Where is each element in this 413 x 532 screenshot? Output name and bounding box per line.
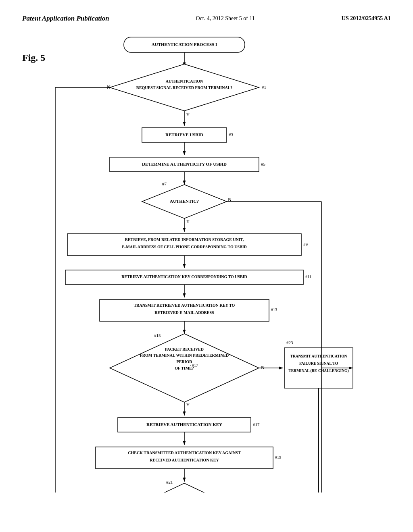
svg-text:Y: Y bbox=[186, 402, 190, 407]
svg-text:RETRIEVED E-MAIL ADDRESS: RETRIEVED E-MAIL ADDRESS bbox=[154, 310, 214, 315]
svg-text:RETRIEVE, FROM RELATED INFORMA: RETRIEVE, FROM RELATED INFORMATION STORA… bbox=[125, 237, 244, 242]
svg-text:E-MAIL ADDRESS OF CELL PHONE C: E-MAIL ADDRESS OF CELL PHONE CORRESPONDI… bbox=[122, 245, 247, 249]
svg-text:TRANSMIT RETRIEVED AUTHENTICAT: TRANSMIT RETRIEVED AUTHENTICATION KEY TO bbox=[134, 303, 235, 308]
svg-text:RETRIEVE AUTHENTICATION KEY: RETRIEVE AUTHENTICATION KEY bbox=[146, 422, 222, 427]
svg-text:#1: #1 bbox=[262, 85, 266, 89]
svg-text:RETRIEVE USBID: RETRIEVE USBID bbox=[165, 132, 203, 137]
flowchart-svg: AUTHENTICATION PROCESS IAUTHENTICATIONRE… bbox=[31, 29, 382, 493]
svg-text:DETERMINE AUTHENTICITY OF USBI: DETERMINE AUTHENTICITY OF USBID bbox=[142, 162, 227, 166]
header-right: US 2012/0254955 A1 bbox=[342, 15, 391, 22]
page: Patent Application PublicationOct. 4, 20… bbox=[0, 0, 413, 532]
svg-text:#3: #3 bbox=[229, 132, 234, 137]
svg-text:#19: #19 bbox=[275, 455, 281, 459]
svg-text:AUTHENTICATION: AUTHENTICATION bbox=[166, 79, 203, 83]
svg-text:N: N bbox=[107, 84, 111, 90]
svg-text:AUTHENTIC?: AUTHENTIC? bbox=[170, 199, 199, 204]
header-center: Oct. 4, 2012 Sheet 5 of 11 bbox=[196, 15, 255, 22]
svg-text:N: N bbox=[261, 365, 265, 370]
svg-text:FAILURE SIGNAL TO: FAILURE SIGNAL TO bbox=[299, 362, 338, 366]
svg-text:#13: #13 bbox=[271, 308, 277, 312]
svg-text:#9: #9 bbox=[303, 242, 308, 247]
figure-label: Fig. 5 bbox=[22, 52, 45, 63]
svg-text:#15: #15 bbox=[154, 333, 161, 338]
svg-text:#21: #21 bbox=[166, 480, 173, 484]
svg-text:#23: #23 bbox=[286, 340, 293, 345]
svg-text:AUTHENTICATION PROCESS I: AUTHENTICATION PROCESS I bbox=[152, 42, 217, 47]
svg-text:TERMINAL (RE-CHALLENGING): TERMINAL (RE-CHALLENGING) bbox=[288, 369, 348, 373]
svg-marker-68 bbox=[150, 483, 219, 493]
svg-text:CHECK TRANSMITTED AUTHENTICATI: CHECK TRANSMITTED AUTHENTICATION KEY AGA… bbox=[128, 451, 241, 455]
svg-text:REQUEST SIGNAL RECEIVED FROM T: REQUEST SIGNAL RECEIVED FROM TERMINAL? bbox=[136, 85, 233, 90]
header: Patent Application PublicationOct. 4, 20… bbox=[0, 0, 413, 29]
svg-text:#5: #5 bbox=[261, 162, 266, 166]
svg-text:TRANSMIT AUTHENTICATION: TRANSMIT AUTHENTICATION bbox=[290, 354, 347, 358]
svg-text:PACKET RECEIVED: PACKET RECEIVED bbox=[165, 347, 204, 351]
header-left: Patent Application Publication bbox=[22, 14, 109, 23]
svg-text:RECEIVED AUTHENTICATION KEY: RECEIVED AUTHENTICATION KEY bbox=[150, 458, 219, 462]
svg-text:#11: #11 bbox=[305, 274, 311, 279]
svg-text:#17: #17 bbox=[253, 422, 260, 427]
svg-text:Y: Y bbox=[186, 112, 190, 117]
svg-text:· #17: · #17 bbox=[190, 363, 198, 368]
svg-text:RETRIEVE AUTHENTICATION KEY CO: RETRIEVE AUTHENTICATION KEY CORRESPONDIN… bbox=[121, 274, 247, 279]
svg-text:#7: #7 bbox=[162, 181, 167, 186]
svg-text:Y: Y bbox=[186, 219, 190, 224]
svg-text:FROM TERMINAL WITHIN PREDETERM: FROM TERMINAL WITHIN PREDETERMINED bbox=[140, 353, 229, 357]
